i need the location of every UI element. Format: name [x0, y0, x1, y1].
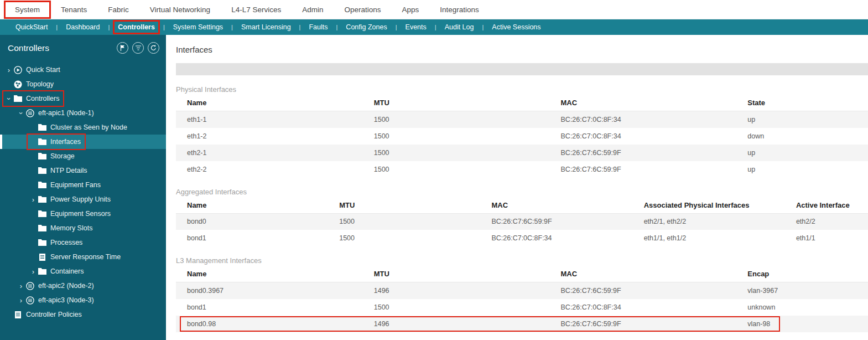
column-header-name[interactable]: Name [176, 95, 363, 111]
sidebar-item-controller-policies[interactable]: Controller Policies [0, 307, 166, 322]
table-row-bond1[interactable]: bond11500BC:26:C7:0C:8F:34unknown [176, 299, 868, 316]
column-header-mac[interactable]: MAC [480, 197, 632, 214]
sidebar-item-processes[interactable]: Processes [0, 235, 166, 250]
sidebar-item-eft-apic2-node-2[interactable]: ›eft-apic2 (Node-2) [0, 279, 166, 293]
topnav-item-admin[interactable]: Admin [292, 1, 334, 18]
tree-item-inner: Equipment Fans [29, 179, 103, 191]
column-header-active-interface[interactable]: Active Interface [785, 197, 868, 214]
tree-item-inner: Server Response Time [29, 251, 123, 263]
sidebar-item-equipment-fans[interactable]: Equipment Fans [0, 178, 166, 192]
column-header-mtu[interactable]: MTU [363, 95, 550, 111]
folder-icon [13, 95, 22, 102]
column-header-name[interactable]: Name [176, 197, 328, 214]
subnav-separator: | [56, 24, 58, 30]
column-header-mtu[interactable]: MTU [363, 266, 550, 282]
subnav-item-dashboard[interactable]: Dashboard [63, 22, 103, 33]
subnav-item-active-sessions[interactable]: Active Sessions [488, 22, 544, 33]
subnav-separator: | [163, 24, 165, 30]
tree-item-inner: ›Containers [29, 265, 86, 277]
sidebar-item-quick-start[interactable]: ›Quick Start [0, 63, 166, 77]
chevron-right-icon[interactable]: › [29, 268, 38, 275]
cell-state: up [736, 145, 868, 161]
topnav-item-fabric[interactable]: Fabric [97, 1, 139, 18]
folder-icon [38, 167, 46, 174]
table-row-bond0-98[interactable]: bond0.981496BC:26:C7:6C:59:9Fvlan-98 [176, 316, 868, 332]
tree-item-label: Server Response Time [50, 254, 121, 261]
topnav-item-apps[interactable]: Apps [392, 1, 430, 18]
chevron-right-icon[interactable]: › [4, 66, 13, 74]
sidebar-item-eft-apic1-node-1[interactable]: ›eft-apic1 (Node-1) [0, 106, 166, 120]
subnav-item-system-settings[interactable]: System Settings [170, 22, 226, 33]
sidebar-item-memory-slots[interactable]: Memory Slots [0, 221, 166, 235]
sidebar-item-containers[interactable]: ›Containers [0, 264, 166, 279]
sidebar-item-eft-apic3-node-3[interactable]: ›eft-apic3 (Node-3) [0, 293, 166, 307]
table-row-bond1[interactable]: bond11500BC:26:C7:0C:8F:34eth1/1, eth1/2… [176, 230, 868, 246]
tree-item-label: Power Supply Units [50, 196, 111, 203]
tree-item-inner: ›Controllers [4, 92, 62, 105]
topnav-item-tenants[interactable]: Tenants [50, 1, 97, 18]
cell-mtu: 1500 [363, 145, 550, 161]
sidebar-item-ntp-details[interactable]: NTP Details [0, 163, 166, 178]
column-header-associated-physical-interfaces[interactable]: Associated Physical Interfaces [633, 197, 785, 214]
column-header-encap[interactable]: Encap [736, 266, 868, 282]
cell-name: bond0.98 [176, 316, 363, 332]
table-row-eth2-2[interactable]: eth2-21500BC:26:C7:6C:59:9Fup [176, 161, 868, 178]
subnav-item-smart-licensing[interactable]: Smart Licensing [238, 22, 294, 33]
cell-mtu: 1500 [328, 230, 480, 246]
tree-item-inner: Interfaces [29, 136, 84, 148]
cell-mtu: 1500 [363, 128, 550, 145]
column-header-state[interactable]: State [736, 95, 868, 111]
content-row: Controllers ›Quick StartTopology›Control… [0, 35, 868, 340]
chevron-right-icon[interactable]: › [29, 196, 38, 203]
chevron-down-icon[interactable]: › [18, 109, 25, 117]
topnav-item-system[interactable]: System [4, 1, 50, 18]
node-icon [25, 282, 34, 290]
chevron-right-icon[interactable]: › [17, 282, 25, 290]
sidebar-item-controllers[interactable]: ›Controllers [0, 91, 166, 106]
subnav-item-faults[interactable]: Faults [305, 22, 331, 33]
table-row-eth1-2[interactable]: eth1-21500BC:26:C7:0C:8F:34down [176, 128, 868, 145]
cell-name: bond1 [176, 299, 363, 316]
topnav-item-virtual-networking[interactable]: Virtual Networking [139, 1, 221, 18]
sidebar-header-icons [113, 42, 159, 54]
tree-item-label: eft-apic1 (Node-1) [38, 110, 94, 117]
sidebar-header: Controllers [0, 35, 166, 59]
cell-mac: BC:26:C7:0C:8F:34 [550, 111, 737, 128]
sidebar-item-storage[interactable]: Storage [0, 149, 166, 163]
chevron-down-icon[interactable]: › [6, 94, 13, 103]
topnav-item-operations[interactable]: Operations [334, 1, 391, 18]
column-header-name[interactable]: Name [176, 266, 363, 282]
sidebar-item-topology[interactable]: Topology [0, 77, 166, 91]
tree-item-label: Topology [26, 81, 54, 88]
topnav-items: SystemTenantsFabricVirtual NetworkingL4-… [4, 1, 490, 18]
chevron-right-icon[interactable]: › [17, 297, 25, 304]
sidebar-item-power-supply-units[interactable]: ›Power Supply Units [0, 192, 166, 207]
pin-icon[interactable] [117, 42, 128, 54]
sidebar-item-interfaces[interactable]: Interfaces [0, 135, 166, 149]
subnav-item-audit-log[interactable]: Audit Log [441, 22, 477, 33]
sidebar-item-equipment-sensors[interactable]: Equipment Sensors [0, 207, 166, 221]
table-header-row: NameMTUMACAssociated Physical Interfaces… [176, 197, 868, 214]
cell-mac: BC:26:C7:0C:8F:34 [550, 128, 737, 145]
column-header-mtu[interactable]: MTU [328, 197, 480, 214]
cell-encap: vlan-3967 [736, 282, 868, 299]
cell-encap: vlan-98 [736, 316, 868, 332]
node-icon [25, 296, 34, 305]
column-header-mac[interactable]: MAC [550, 95, 737, 111]
table-row-bond0-3967[interactable]: bond0.39671496BC:26:C7:6C:59:9Fvlan-3967 [176, 282, 868, 299]
subnav-item-quickstart[interactable]: QuickStart [12, 22, 51, 33]
subnav-item-controllers[interactable]: Controllers [115, 22, 158, 33]
table-row-bond0[interactable]: bond01500BC:26:C7:6C:59:9Feth2/1, eth2/2… [176, 213, 868, 230]
column-header-mac[interactable]: MAC [550, 266, 737, 282]
table-row-eth2-1[interactable]: eth2-11500BC:26:C7:6C:59:9Fup [176, 145, 868, 161]
cell-associated-physical-interfaces: eth1/1, eth1/2 [633, 230, 785, 246]
topnav-item-integrations[interactable]: Integrations [429, 1, 490, 18]
filter-icon[interactable] [132, 42, 144, 54]
topnav-item-l4-l7-services[interactable]: L4-L7 Services [221, 1, 292, 18]
sidebar-item-server-response-time[interactable]: Server Response Time [0, 250, 166, 264]
refresh-icon[interactable] [148, 42, 159, 54]
table-row-eth1-1[interactable]: eth1-11500BC:26:C7:0C:8F:34up [176, 111, 868, 128]
sidebar-item-cluster-as-seen-by-node[interactable]: Cluster as Seen by Node [0, 120, 166, 135]
subnav-item-config-zones[interactable]: Config Zones [342, 22, 390, 33]
subnav-item-events[interactable]: Events [402, 22, 430, 33]
